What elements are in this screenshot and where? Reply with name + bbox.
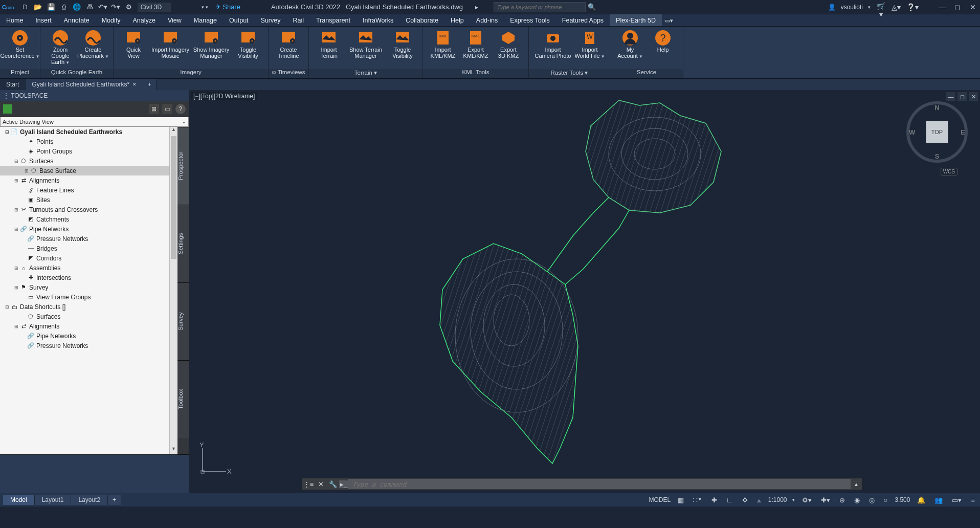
tree-item[interactable]: ⊟📄Gyali Island Scheduled Earthworks (0, 127, 177, 137)
drawing-tab[interactable]: Start (0, 79, 26, 90)
tree-item[interactable]: 𝒥Feature Lines (0, 185, 177, 195)
ribbon-tab-express-tools[interactable]: Express Tools (504, 14, 556, 26)
ribbon-export-kml-kmz[interactable]: KMLExportKML/KMZ (460, 30, 492, 59)
ribbon-tab-rail[interactable]: Rail (286, 14, 310, 26)
view-cube[interactable]: NSEW TOP (906, 101, 968, 163)
help-icon[interactable]: ❔▾ (906, 2, 917, 12)
ribbon-zoom-google-earth[interactable]: ZoomGoogle Earth▼ (44, 30, 76, 66)
tree-item[interactable]: ⊞✂Turnouts and Crossovers (0, 205, 177, 214)
add-layout-button[interactable]: + (108, 495, 121, 505)
ribbon-create-placemark[interactable]: CreatePlacemark▼ (77, 30, 109, 60)
people-icon[interactable]: 👥 (932, 496, 945, 504)
prospector-tree[interactable]: ⊟📄Gyali Island Scheduled Earthworks✦Poin… (0, 127, 177, 454)
tree-item[interactable]: ⊞⌂Assemblies (0, 263, 177, 273)
ribbon-my-account[interactable]: MyAccount▼ (614, 30, 646, 60)
ribbon-toggle-visibility[interactable]: ToggleVisibility (387, 30, 418, 59)
command-line[interactable]: ⋮≡ ✕ 🔧 ▸_ ▲ (302, 478, 862, 490)
autodesk-icon[interactable]: ◬▾ (891, 2, 901, 12)
share-button[interactable]: ✈ Share (215, 3, 240, 11)
tree-item[interactable]: ✚Intersections (0, 273, 177, 282)
save-icon[interactable]: 💾 (46, 2, 57, 13)
side-tab-survey[interactable]: Survey (177, 282, 189, 360)
tree-item[interactable]: ◤Corridors (0, 253, 177, 263)
ribbon-import-world-file[interactable]: WImportWorld File▼ (574, 30, 606, 60)
globe-icon[interactable]: ⊕ (837, 496, 847, 504)
ribbon-tab-infraworks[interactable]: InfraWorks (357, 14, 399, 26)
ribbon-tab-plex-earth-5d[interactable]: Plex-Earth 5D (610, 14, 662, 26)
ribbon-import-terrain[interactable]: ImportTerrain (313, 30, 345, 59)
ribbon-tab-analyze[interactable]: Analyze (126, 14, 161, 26)
ribbon-tab-add-ins[interactable]: Add-ins (470, 14, 504, 26)
ribbon-tab-modify[interactable]: Modify (96, 14, 127, 26)
tree-item[interactable]: ⊞⬠Base Surface (0, 166, 177, 175)
status-dot1-icon[interactable]: ◉ (852, 496, 862, 504)
redo-icon[interactable]: ↷▾ (110, 2, 121, 13)
ribbon-tab-view[interactable]: View (162, 14, 188, 26)
viewport-label[interactable]: [−][Top][2D Wireframe] (191, 92, 257, 100)
tree-item[interactable]: ◈Point Groups (0, 146, 177, 156)
tree-twisty-icon[interactable]: ⊞ (13, 207, 19, 212)
new-icon[interactable]: 🗋 (19, 2, 31, 13)
undo-icon[interactable]: ↶▾ (97, 2, 108, 13)
tree-item[interactable]: 🔗Pressure Networks (0, 234, 177, 244)
ribbon-import-kml-kmz[interactable]: KMLImportKML/KMZ (427, 30, 459, 59)
tree-twisty-icon[interactable]: ⊞ (13, 266, 19, 271)
vp-close-icon[interactable]: ✕ (969, 92, 978, 101)
cart-icon[interactable]: 🛒▾ (876, 2, 886, 12)
minimize-button[interactable]: — (937, 2, 947, 12)
tree-item[interactable]: ◩Catchments (0, 214, 177, 224)
status-plus-icon[interactable]: ✚ (709, 496, 719, 504)
ribbon-tab-annotate[interactable]: Annotate (58, 14, 96, 26)
toolspace-help-icon[interactable]: ? (175, 104, 186, 114)
tree-item[interactable]: ▣Sites (0, 195, 177, 205)
notify-icon[interactable]: 🔔 (915, 496, 927, 504)
tree-twisty-icon[interactable]: ⊟ (4, 304, 10, 310)
tree-scrollbar[interactable]: ▲ ▼ (169, 127, 177, 454)
status-menu-icon[interactable]: ≡ (969, 496, 977, 504)
tree-twisty-icon[interactable]: ⊟ (4, 129, 10, 135)
tree-twisty-icon[interactable]: ⊞ (13, 178, 19, 183)
grid-icon[interactable]: ▦ (676, 496, 686, 504)
ribbon-tab-insert[interactable]: Insert (29, 14, 57, 26)
open-icon[interactable]: 📂 (32, 2, 43, 13)
ortho-icon[interactable]: ∟ (724, 496, 735, 504)
close-button[interactable]: ✕ (968, 2, 978, 12)
view-cube-top[interactable]: TOP (926, 121, 948, 143)
cursor-icon[interactable]: ✥ (740, 496, 750, 504)
tree-item[interactable]: ⊟🗀Data Shortcuts [] (0, 302, 177, 312)
drawing-tab[interactable]: Gyali Island Scheduled Earthworks*× (26, 79, 143, 90)
status-scale[interactable]: 1:1000 (768, 496, 787, 503)
search-icon[interactable]: 🔍 (588, 3, 596, 11)
vp-minimize-icon[interactable]: — (946, 92, 955, 101)
close-icon[interactable]: × (132, 79, 137, 90)
tree-twisty-icon[interactable]: ⊞ (24, 168, 30, 173)
layout-tab-layout1[interactable]: Layout1 (35, 495, 72, 505)
status-number[interactable]: 3.500 (895, 496, 910, 503)
tree-item[interactable]: 🔗Pressure Networks (0, 341, 177, 350)
cmd-custom-icon[interactable]: 🔧 (327, 480, 339, 488)
ribbon-help[interactable]: ?Help (647, 30, 679, 53)
status-tri-icon[interactable]: ⟁ (755, 496, 763, 504)
snap-icon[interactable]: ⸬▾ (691, 496, 704, 504)
ribbon-tab-transparent[interactable]: Transparent (310, 14, 357, 26)
ribbon-tab-survey[interactable]: Survey (255, 14, 287, 26)
tree-item[interactable]: ⊞🔗Pipe Networks (0, 224, 177, 234)
toolspace-btn2-icon[interactable]: ▭ (162, 104, 172, 114)
tree-item[interactable]: ⊞⇄Alignments (0, 175, 177, 185)
scroll-down-icon[interactable]: ▼ (170, 446, 177, 454)
ribbon-tab-manage[interactable]: Manage (188, 14, 223, 26)
command-input[interactable] (348, 479, 851, 489)
ribbon-tab-output[interactable]: Output (223, 14, 255, 26)
ribbon-export-3d-kmz[interactable]: Export3D KMZ (493, 30, 524, 59)
print-icon[interactable]: 🖶 (84, 2, 96, 13)
ribbon-import-camera-photo[interactable]: ImportCamera Photo (533, 30, 573, 59)
ribbon-set-georeference[interactable]: SetGeoreference▼ (4, 30, 36, 60)
workspace-dropdown[interactable]: Civil 3D (138, 3, 171, 12)
toolspace-green-icon[interactable] (3, 104, 12, 114)
new-drawing-tab[interactable]: + (143, 79, 157, 90)
ribbon-tab-featured-apps[interactable]: Featured Apps (556, 14, 610, 26)
tree-item[interactable]: ⊟⬠Surfaces (0, 156, 177, 166)
wcs-badge[interactable]: WCS (941, 168, 957, 175)
cmd-history-icon[interactable]: ▲ (851, 481, 862, 487)
vp-restore-icon[interactable]: ◻ (957, 92, 967, 101)
